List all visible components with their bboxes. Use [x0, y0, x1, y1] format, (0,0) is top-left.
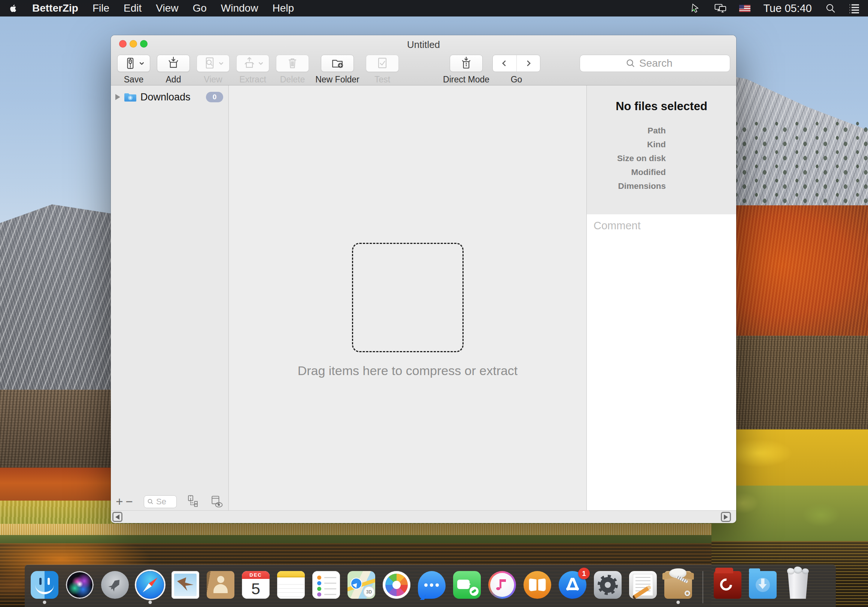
- dock-reminders[interactable]: [312, 571, 340, 599]
- dock-downloads-folder[interactable]: [749, 571, 777, 599]
- drop-zone[interactable]: [352, 243, 463, 352]
- extract-button[interactable]: Extract: [236, 55, 270, 85]
- menu-window[interactable]: Window: [221, 2, 258, 14]
- trash-icon: [285, 56, 300, 71]
- menu-help[interactable]: Help: [272, 2, 294, 14]
- search-icon: [147, 498, 154, 505]
- dock-safari[interactable]: [136, 571, 164, 599]
- sidebar-search-field[interactable]: [144, 495, 177, 508]
- menu-app-name[interactable]: BetterZip: [32, 2, 78, 14]
- dock-facetime[interactable]: [453, 571, 481, 599]
- dock-photos[interactable]: [383, 571, 411, 599]
- dock-books[interactable]: [524, 571, 551, 599]
- dock-separator: [702, 571, 703, 603]
- scroll-right-button[interactable]: [721, 512, 731, 522]
- view-document-icon: [202, 56, 217, 71]
- menu-go[interactable]: Go: [192, 2, 206, 14]
- dock-adobe-acrobat-folder[interactable]: [714, 571, 741, 599]
- field-label-size-on-disk: Size on disk: [587, 151, 666, 165]
- extract-archive-icon: [242, 56, 257, 71]
- dock-itunes[interactable]: [488, 571, 516, 599]
- menu-edit[interactable]: Edit: [124, 2, 141, 14]
- comment-placeholder: Comment: [594, 220, 641, 231]
- title-bar[interactable]: Untitled: [111, 35, 736, 53]
- apple-menu-icon[interactable]: [9, 3, 19, 14]
- running-indicator: [43, 601, 46, 604]
- spotlight-search-icon[interactable]: [825, 3, 837, 14]
- sidebar-controls: + −: [111, 493, 228, 510]
- dock-siri[interactable]: [66, 571, 94, 599]
- dock-maps[interactable]: 3D: [347, 571, 375, 599]
- field-label-modified: Modified: [587, 165, 666, 179]
- dock-trash[interactable]: [784, 571, 812, 599]
- remove-archive-button[interactable]: −: [124, 496, 134, 507]
- add-button[interactable]: Add: [157, 55, 190, 85]
- pointer-icon[interactable]: [690, 3, 702, 14]
- go-navigation: Go: [494, 55, 538, 85]
- new-folder-icon: [330, 56, 345, 71]
- dock-mail[interactable]: [172, 571, 199, 599]
- notification-center-icon[interactable]: [849, 3, 861, 14]
- dock-calendar[interactable]: DEC 5: [242, 571, 270, 599]
- item-count-badge: 0: [206, 92, 223, 102]
- dock-system-preferences[interactable]: [594, 571, 622, 599]
- dock-app-store[interactable]: 1: [559, 571, 586, 599]
- toolbar: Save Add: [117, 55, 730, 85]
- view-button[interactable]: View: [196, 55, 230, 85]
- dock-launchpad[interactable]: [101, 571, 129, 599]
- calendar-month: DEC: [242, 571, 270, 579]
- sidebar: Downloads 0 + −: [111, 85, 229, 510]
- go-forward-button[interactable]: [516, 55, 540, 71]
- go-back-button[interactable]: [493, 55, 516, 71]
- dock-finder[interactable]: [31, 571, 59, 599]
- delete-button[interactable]: Delete: [276, 55, 309, 85]
- field-label-path: Path: [587, 124, 666, 138]
- inspector-panel: No files selected Path Kind Size on disk…: [586, 85, 736, 510]
- chevron-down-icon: [258, 61, 264, 66]
- direct-mode-button[interactable]: Direct Mode: [444, 55, 488, 85]
- dock-notes[interactable]: [277, 571, 305, 599]
- checkmark-document-icon: [375, 56, 390, 71]
- add-to-archive-icon: [166, 56, 181, 71]
- archive-list[interactable]: Downloads 0: [111, 85, 228, 493]
- flatten-archive-icon[interactable]: [185, 494, 201, 509]
- new-folder-button[interactable]: New Folder: [315, 55, 360, 85]
- dock-messages[interactable]: [418, 571, 446, 599]
- add-archive-button[interactable]: +: [115, 496, 124, 507]
- menu-clock[interactable]: Tue 05:40: [763, 2, 812, 15]
- chevron-down-icon: [218, 61, 224, 66]
- sidebar-search-input[interactable]: [156, 497, 174, 506]
- sidebar-item-label: Downloads: [140, 92, 191, 103]
- dock-contacts[interactable]: [207, 571, 234, 599]
- toolbar-search-field[interactable]: [580, 55, 730, 72]
- chevron-down-icon: [139, 61, 144, 66]
- disclosure-triangle-icon[interactable]: [115, 94, 120, 100]
- dock-textedit[interactable]: [629, 571, 657, 599]
- display-mirroring-icon[interactable]: [715, 3, 727, 14]
- dock: DEC 5 3D 1: [25, 565, 836, 607]
- test-button[interactable]: Test: [366, 55, 399, 85]
- menu-file[interactable]: File: [93, 2, 109, 14]
- search-input[interactable]: [639, 57, 684, 69]
- dock-betterzip[interactable]: [664, 571, 692, 599]
- comment-field[interactable]: Comment: [587, 214, 736, 510]
- inspector-heading: No files selected: [587, 100, 736, 113]
- menu-bar: BetterZip File Edit View Go Window Help …: [0, 0, 868, 17]
- sidebar-item-downloads[interactable]: Downloads 0: [111, 88, 228, 106]
- running-indicator: [149, 601, 152, 604]
- preview-archive-icon[interactable]: [209, 494, 225, 509]
- field-label-dimensions: Dimensions: [587, 179, 666, 193]
- us-flag-icon[interactable]: [739, 5, 750, 12]
- drop-hint-text: Drag items here to compress or extract: [229, 363, 586, 378]
- search-icon: [626, 59, 636, 68]
- menu-view[interactable]: View: [156, 2, 178, 14]
- archive-content-area[interactable]: Drag items here to compress or extract: [229, 85, 586, 510]
- save-button[interactable]: Save: [117, 55, 150, 85]
- running-indicator: [677, 601, 680, 604]
- field-label-kind: Kind: [587, 138, 666, 151]
- file-info-section: No files selected Path Kind Size on disk…: [587, 85, 736, 214]
- direct-mode-icon: [459, 56, 474, 71]
- zip-archive-icon: [123, 56, 138, 71]
- scroll-left-button[interactable]: [112, 512, 122, 522]
- horizontal-scrollbar[interactable]: [111, 510, 736, 523]
